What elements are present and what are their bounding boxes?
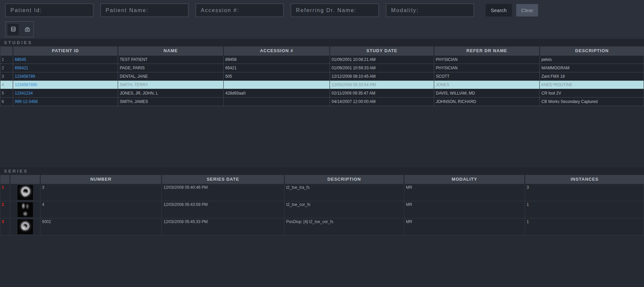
studies-panel: STUDIES PATIENT ID NAME ACCESSION # STUD… (0, 39, 644, 167)
col-header-patient-id[interactable]: PATIENT ID (13, 46, 118, 55)
cell-instances: 1 (525, 218, 644, 235)
cell-description: Zant FMX 18 (540, 72, 644, 80)
cell-study-date: 02/11/2009 09:35:47 AM (330, 89, 434, 97)
col-header-series-date[interactable]: SERIES DATE (162, 175, 285, 184)
studies-table: PATIENT ID NAME ACCESSION # STUDY DATE R… (0, 46, 644, 106)
cell-description: t2_tse_cor_fs (285, 201, 404, 218)
cell-modality: MR (404, 218, 525, 235)
patient-id-link[interactable]: 656421 (15, 66, 28, 70)
cell-name: TEST PATIENT (118, 55, 224, 64)
cell-description: pelvis (540, 55, 644, 64)
series-section-band: SERIES (0, 167, 644, 175)
cell-series-date: 12/03/2008 05:45:33 PM (162, 218, 285, 235)
cell-series-date: 12/03/2008 05:43:59 PM (162, 201, 285, 218)
col-header-description[interactable]: DESCRIPTION (540, 46, 644, 55)
series-thumbnail[interactable] (17, 185, 33, 200)
cell-number: 4 (40, 201, 162, 218)
studies-row[interactable]: 5 12341234 JONES, JR, JOHN, L 428d93aa0 … (0, 89, 644, 97)
series-thumbnail[interactable] (17, 219, 33, 234)
series-row[interactable]: 1 3 12/03/2008 05:40:46 PM t2_tse_tra_fs… (0, 184, 644, 201)
cell-number: 5002 (40, 218, 162, 235)
cell-refer-dr: DAVIS, WILLIAM, MD (434, 89, 540, 97)
briefcase-archive-icon (24, 26, 31, 33)
database-source-button[interactable] (8, 24, 19, 35)
patient-name-input[interactable] (100, 3, 189, 17)
patient-id-link[interactable]: 999-12-3456 (15, 99, 38, 104)
cell-description: MAMMOGRAM (540, 64, 644, 72)
series-table: NUMBER SERIES DATE DESCRIPTION MODALITY … (0, 175, 644, 236)
cell-name: JONES, JR, JOHN, L (118, 89, 224, 97)
patient-id-input[interactable] (5, 3, 93, 17)
cell-accession: 505 (224, 72, 330, 80)
studies-row-selected[interactable]: 4 1234567890 SMITH, TERRY 12/03/2008 05:… (0, 80, 644, 89)
cell-patient-id: 68545 (13, 55, 118, 64)
cell-patient-id: 1234567890 (13, 80, 118, 89)
patient-id-link[interactable]: 123456789 (15, 74, 35, 79)
series-section-label: SERIES (4, 169, 28, 174)
col-header-refer-dr[interactable]: REFER DR NAME (434, 46, 540, 55)
patient-id-link[interactable]: 1234567890 (15, 82, 37, 87)
cell-study-date: 12/03/2008 05:33:54 PM (330, 80, 434, 89)
accession-number-input[interactable] (195, 3, 284, 17)
series-row-number: 1 (0, 184, 10, 201)
cell-accession: 428d93aa0 (224, 89, 330, 97)
col-header-description[interactable]: DESCRIPTION (285, 175, 404, 184)
cell-thumbnail (10, 218, 40, 235)
series-thumbnail[interactable] (17, 202, 33, 217)
studies-row[interactable]: 3 123456789 DENTAL, JANE 505 12/12/2008 … (0, 72, 644, 80)
cell-thumbnail (10, 184, 40, 201)
cell-description: CB Works Secondary Captured (540, 97, 644, 106)
referring-dr-name-input[interactable] (291, 3, 379, 17)
cell-name: SMITH, TERRY (118, 80, 224, 89)
series-row[interactable]: 3 5002 12/03/2008 05:45:33 PM PosDisp: [… (0, 218, 644, 235)
cell-refer-dr: JOHNSON, RICHARD (434, 97, 540, 106)
col-header-name[interactable]: NAME (118, 46, 224, 55)
cell-patient-id: 999-12-3456 (13, 97, 118, 106)
col-header-rownum (0, 175, 10, 184)
col-header-study-date[interactable]: STUDY DATE (330, 46, 434, 55)
cd-archive-source-button[interactable] (22, 24, 33, 35)
col-header-rownum (0, 46, 13, 55)
cell-description: t2_tse_tra_fs (285, 184, 404, 201)
patient-id-link[interactable]: 12341234 (15, 91, 33, 96)
series-header-row: NUMBER SERIES DATE DESCRIPTION MODALITY … (0, 175, 644, 184)
cell-accession (224, 97, 330, 106)
col-header-instances[interactable]: INSTANCES (525, 175, 644, 184)
series-row-number: 3 (0, 218, 10, 235)
patient-id-link[interactable]: 68545 (15, 57, 26, 62)
cell-description: CR foot 2V (540, 89, 644, 97)
query-source-toolbar (5, 21, 34, 37)
col-header-accession[interactable]: ACCESSION # (224, 46, 330, 55)
cell-description: PosDisp: [4] t2_tse_cor_fs (285, 218, 404, 235)
cell-patient-id: 656421 (13, 64, 118, 72)
cell-study-date: 01/09/2001 10:59:33 AM (330, 64, 434, 72)
row-number: 1 (0, 55, 13, 64)
cell-name: PAGE, PARIS (118, 64, 224, 72)
cell-name: DENTAL, JANE (118, 72, 224, 80)
cell-refer-dr: JONES (434, 80, 540, 89)
cell-name: SMITH, JAMES (118, 97, 224, 106)
cell-study-date: 01/09/2001 10:08:21 AM (330, 55, 434, 64)
col-header-number[interactable]: NUMBER (40, 175, 162, 184)
cell-patient-id: 123456789 (13, 72, 118, 80)
studies-row[interactable]: 2 656421 PAGE, PARIS 65421 01/09/2001 10… (0, 64, 644, 72)
cell-study-date: 12/12/2008 08:10:45 AM (330, 72, 434, 80)
series-row-number: 2 (0, 201, 10, 218)
search-row: Search Clear (0, 0, 644, 17)
col-header-modality[interactable]: MODALITY (404, 175, 525, 184)
studies-row[interactable]: 1 68545 TEST PATIENT 89456 01/09/2001 10… (0, 55, 644, 64)
search-button[interactable]: Search (486, 4, 512, 16)
studies-row[interactable]: 6 999-12-3456 SMITH, JAMES 04/14/2007 12… (0, 97, 644, 106)
cell-refer-dr: PHYSICIAN (434, 55, 540, 64)
series-row[interactable]: 2 4 12/03/2008 05:43:59 PM t2_tse_cor_fs… (0, 201, 644, 218)
cell-patient-id: 12341234 (13, 89, 118, 97)
top-bar: Search Clear (0, 0, 644, 39)
clear-button[interactable]: Clear (516, 4, 538, 16)
studies-header-row: PATIENT ID NAME ACCESSION # STUDY DATE R… (0, 46, 644, 55)
cell-accession: 89456 (224, 55, 330, 64)
cell-accession: 65421 (224, 64, 330, 72)
cell-instances: 1 (525, 201, 644, 218)
modality-input[interactable] (386, 3, 474, 17)
cell-study-date: 04/14/2007 12:00:00 AM (330, 97, 434, 106)
row-number: 3 (0, 72, 13, 80)
